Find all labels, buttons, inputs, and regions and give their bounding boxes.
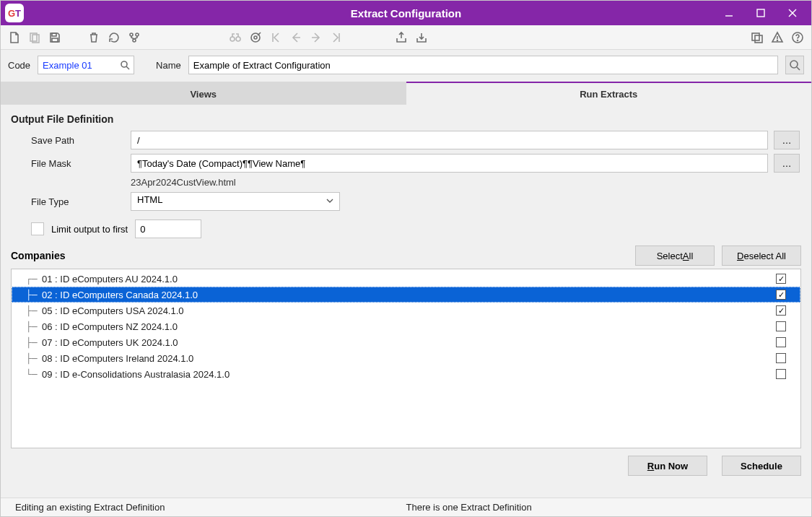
back-icon[interactable] <box>288 30 304 45</box>
company-row[interactable]: ├─08 : ID eComputers Ireland 2024.1.0 <box>12 350 800 366</box>
svg-point-14 <box>254 36 257 39</box>
warning-icon[interactable] <box>769 30 785 45</box>
toolbar <box>1 25 811 50</box>
tree-branch-icon: ├─ <box>26 305 42 316</box>
save-path-browse-button[interactable]: … <box>774 131 800 149</box>
tree-branch-icon: └─ <box>26 369 42 380</box>
window-title: Extract Configuration <box>351 7 461 19</box>
file-mask-preview: 23Apr2024CustView.html <box>131 177 768 188</box>
company-row[interactable]: ├─02 : ID eComputers Canada 2024.1.0 <box>12 287 800 303</box>
svg-rect-1 <box>757 9 764 17</box>
svg-rect-6 <box>52 33 56 36</box>
svg-rect-16 <box>755 35 762 43</box>
company-label: 01 : ID eComputers AU 2024.1.0 <box>42 274 776 284</box>
run-extracts-panel: Output File Definition Save Path … File … <box>1 105 811 485</box>
company-row[interactable]: ├─05 : ID eComputers USA 2024.1.0 <box>12 303 800 318</box>
file-type-label: File Type <box>31 196 125 207</box>
new-icon[interactable] <box>6 30 22 45</box>
tree-branch-icon: ├─ <box>26 290 42 300</box>
svg-point-8 <box>130 33 133 36</box>
name-label: Name <box>156 60 181 71</box>
maximize-button[interactable] <box>745 2 777 24</box>
close-button[interactable] <box>777 2 808 24</box>
svg-point-12 <box>236 37 240 41</box>
target-icon[interactable] <box>248 30 263 45</box>
company-label: 09 : ID e-Consolidations Australasia 202… <box>42 369 776 380</box>
save-path-input[interactable] <box>131 131 768 149</box>
tree-branch-icon: ├─ <box>26 337 42 348</box>
company-row[interactable]: └─09 : ID e-Consolidations Australasia 2… <box>12 366 800 382</box>
company-checkbox[interactable] <box>776 305 786 316</box>
svg-point-21 <box>121 61 127 67</box>
limit-output-input[interactable] <box>135 220 201 238</box>
svg-line-22 <box>126 66 129 69</box>
file-mask-label: File Mask <box>31 158 125 169</box>
code-label: Code <box>8 60 30 71</box>
company-row[interactable]: ├─06 : ID eComputers NZ 2024.1.0 <box>12 318 800 334</box>
import-icon[interactable] <box>414 30 429 45</box>
save-icon[interactable] <box>47 30 63 45</box>
tab-views[interactable]: Views <box>1 82 406 105</box>
svg-rect-15 <box>752 33 759 40</box>
status-right: There is one Extract Definition <box>406 502 798 513</box>
tree-branch-icon: ├─ <box>26 321 42 332</box>
status-left: Editing an existing Extract Definition <box>15 502 406 513</box>
export-icon[interactable] <box>393 30 409 45</box>
copy-icon[interactable] <box>27 30 43 45</box>
forward-icon[interactable] <box>308 30 324 45</box>
layers-icon[interactable] <box>749 30 765 45</box>
tab-bar: Views Run Extracts <box>1 82 811 105</box>
limit-output-checkbox[interactable] <box>31 222 44 235</box>
refresh-icon[interactable] <box>106 30 122 45</box>
svg-point-9 <box>136 33 139 36</box>
svg-point-18 <box>777 40 778 40</box>
company-row[interactable]: ┌─01 : ID eComputers AU 2024.1.0 <box>12 271 800 287</box>
company-checkbox[interactable] <box>776 353 786 363</box>
companies-label: Companies <box>11 250 65 261</box>
company-checkbox[interactable] <box>776 274 786 284</box>
tree-branch-icon: ┌─ <box>26 274 42 284</box>
minimize-button[interactable] <box>713 2 745 24</box>
company-checkbox[interactable] <box>776 337 786 347</box>
code-search-icon[interactable] <box>118 58 131 71</box>
status-bar: Editing an existing Extract Definition T… <box>1 498 811 516</box>
flow-icon[interactable] <box>126 30 142 45</box>
svg-point-23 <box>790 61 798 68</box>
company-label: 05 : ID eComputers USA 2024.1.0 <box>42 305 776 316</box>
svg-rect-7 <box>52 38 58 42</box>
select-all-button[interactable]: Select All <box>635 246 715 266</box>
companies-tree[interactable]: ┌─01 : ID eComputers AU 2024.1.0├─02 : I… <box>11 269 801 448</box>
tree-branch-icon: ├─ <box>26 353 42 364</box>
svg-point-10 <box>133 39 136 42</box>
company-checkbox[interactable] <box>776 290 786 300</box>
schedule-button[interactable]: Schedule <box>722 456 801 476</box>
header-fields: Code Name <box>1 50 811 82</box>
svg-line-24 <box>797 67 800 70</box>
svg-point-20 <box>798 40 798 40</box>
binoculars-icon[interactable] <box>227 30 243 45</box>
app-window: GT Extract Configuration <box>0 0 812 517</box>
file-mask-browse-button[interactable]: … <box>774 154 800 173</box>
name-search-button[interactable] <box>785 56 804 74</box>
company-checkbox[interactable] <box>776 321 786 331</box>
name-input[interactable] <box>188 56 778 74</box>
deselect-all-button[interactable]: Deselect All <box>722 246 801 266</box>
output-file-definition-title: Output File Definition <box>11 113 801 125</box>
file-mask-input[interactable] <box>131 154 768 173</box>
company-label: 02 : ID eComputers Canada 2024.1.0 <box>42 290 776 300</box>
delete-icon[interactable] <box>86 30 102 45</box>
last-icon[interactable] <box>328 30 344 45</box>
first-icon[interactable] <box>268 30 284 45</box>
run-now-button[interactable]: Run Now <box>628 456 707 476</box>
company-label: 06 : ID eComputers NZ 2024.1.0 <box>42 321 776 332</box>
company-checkbox[interactable] <box>776 369 786 379</box>
help-icon[interactable] <box>790 30 806 45</box>
file-type-select[interactable]: HTML <box>131 192 340 211</box>
tab-run-extracts[interactable]: Run Extracts <box>406 82 812 105</box>
title-bar: GT Extract Configuration <box>1 1 811 25</box>
save-path-label: Save Path <box>31 135 125 146</box>
limit-output-label: Limit output to first <box>51 224 128 235</box>
company-row[interactable]: ├─07 : ID eComputers UK 2024.1.0 <box>12 334 800 350</box>
app-logo-icon: GT <box>5 4 24 22</box>
svg-point-11 <box>230 37 235 41</box>
